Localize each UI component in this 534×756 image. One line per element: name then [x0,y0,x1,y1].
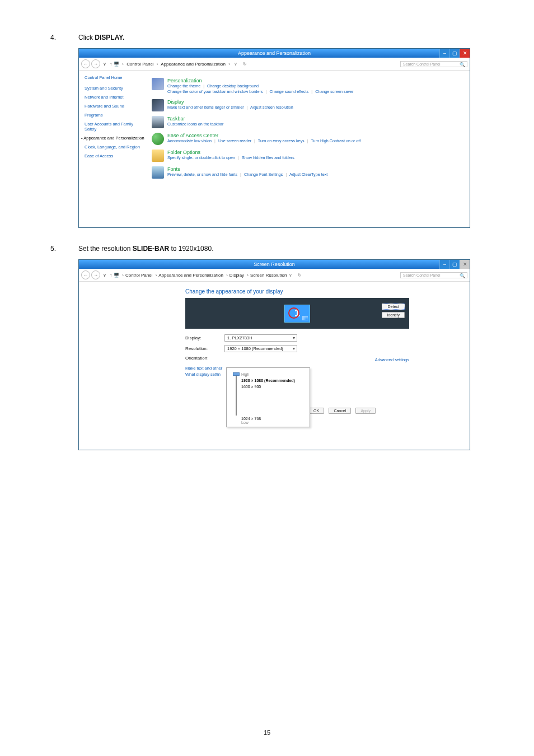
slider-high-label: High [241,372,306,376]
nav-forward-button[interactable]: → [91,59,100,68]
slider-track[interactable] [233,371,239,418]
slider-mid-value: 1600 × 900 [241,385,306,389]
left-nav: Control Panel Home System and Security N… [79,71,152,227]
step-5-text: Set the resolution SLIDE-BAR to 1920x108… [78,245,213,253]
ease-of-access-icon [152,133,164,145]
taskbar-icon [152,116,164,128]
category-title[interactable]: Taskbar [167,116,224,122]
category-ease-of-access: Ease of Access Center Accommodate low vi… [152,133,465,145]
close-button[interactable]: ✕ [460,260,470,269]
sidebar-item-hardware[interactable]: Hardware and Sound [85,104,146,109]
category-personalization: Personalization Change the theme| Change… [152,78,465,95]
category-title[interactable]: Display [167,99,294,105]
close-button[interactable]: ✕ [460,49,470,58]
window-title: Appearance and Personalization [238,50,311,56]
ok-button[interactable]: OK [308,408,324,414]
nav-history-dropdown[interactable]: ∨ [234,62,237,67]
sidebar-item-programs[interactable]: Programs [85,113,146,118]
step-5: 5. Set the resolution SLIDE-BAR to 1920x… [50,245,484,253]
category-title[interactable]: Ease of Access Center [167,133,362,138]
resolution-dropdown[interactable]: 1920 × 1080 (Recommended) [224,345,297,352]
category-title[interactable]: Personalization [167,78,355,83]
minimize-button[interactable]: – [439,260,449,269]
monitor-1[interactable]: 1 [284,305,310,323]
nav-back-button[interactable]: ← [81,59,90,68]
window-screen-resolution: Screen Resolution – ▢ ✕ ← → ∨ ↑ 🖥️ ›Cont… [78,259,470,450]
category-title[interactable]: Fonts [167,166,329,172]
sidebar-item-clock[interactable]: Clock, Language, and Region [85,144,146,150]
monitor-grid-icon [302,316,308,320]
category-list: Personalization Change the theme| Change… [152,71,470,227]
display-label: Display: [185,335,224,340]
refresh-button[interactable]: ↻ [298,273,302,278]
breadcrumb-icon: 🖥️ [114,62,119,67]
resolution-label: Resolution: [185,346,224,351]
display-icon [152,99,164,111]
cancel-button[interactable]: Cancel [329,408,351,414]
nav-dropdown-icon[interactable]: ∨ [103,62,106,67]
step-4: 4. Click DISPLAY. [50,34,484,41]
detect-button[interactable]: Detect [382,304,405,310]
nav-dropdown-icon[interactable]: ∨ [103,273,106,278]
nav-up-button[interactable]: ↑ [110,62,112,67]
sidebar-item-system[interactable]: System and Security [85,86,146,91]
orientation-label: Orientation: [185,356,224,361]
control-panel-home-link[interactable]: Control Panel Home [85,75,146,80]
sidebar-item-users[interactable]: User Accounts and Family Safety [85,122,146,132]
highlight-circle-icon [288,307,299,319]
sidebar-item-appearance[interactable]: • Appearance and Personalization [85,136,146,141]
category-display: Display Make text and other items larger… [152,99,465,111]
nav-back-button[interactable]: ← [81,270,90,279]
slider-low-label: Low [241,421,306,424]
breadcrumb-icon: 🖥️ [114,273,119,278]
slider-low-value: 1024 × 768 [241,417,306,421]
titlebar: Appearance and Personalization – ▢ ✕ [79,49,470,58]
display-dropdown[interactable]: 1. PLX2783H [224,334,297,342]
search-input[interactable]: Search Control Panel 🔍 [400,272,467,278]
window-buttons: – ▢ ✕ [439,49,470,58]
search-icon: 🔍 [460,62,465,67]
slider-thumb[interactable] [233,372,240,376]
nav-forward-button[interactable]: → [91,270,100,279]
category-taskbar: Taskbar Customize icons on the taskbar [152,116,465,128]
window-title: Screen Resolution [254,262,295,267]
folder-options-icon [152,150,164,162]
category-fonts: Fonts Preview, delete, or show and hide … [152,166,465,179]
apply-button[interactable]: Apply [355,408,376,414]
slider-recommended: 1920 × 1080 (Recommended) [241,379,306,382]
sidebar-item-ease[interactable]: Ease of Access [85,153,146,158]
step-4-text: Click DISPLAY. [78,34,124,41]
category-title[interactable]: Folder Options [167,150,296,155]
step-4-number: 4. [50,34,78,41]
monitor-preview-area[interactable]: 1 Detect Identify [185,298,409,329]
page-number: 15 [0,729,534,736]
window-buttons: – ▢ ✕ [439,260,470,269]
step-5-number: 5. [50,245,78,253]
nav-up-button[interactable]: ↑ [110,273,112,278]
personalization-icon [152,78,164,90]
nav-history-dropdown[interactable]: ∨ [289,273,292,278]
breadcrumb[interactable]: 🖥️ ›Control Panel ›Appearance and Person… [114,273,287,278]
nav-toolbar: ← → ∨ ↑ 🖥️ ›Control Panel ›Appearance an… [79,269,470,282]
sidebar-item-network[interactable]: Network and Internet [85,95,146,100]
search-icon: 🔍 [460,273,465,278]
minimize-button[interactable]: – [439,49,449,58]
resolution-slider-popup[interactable]: High 1920 × 1080 (Recommended) 1600 × 90… [226,367,310,427]
refresh-button[interactable]: ↻ [243,62,247,67]
category-folder-options: Folder Options Specify single- or double… [152,150,465,162]
maximize-button[interactable]: ▢ [449,49,460,58]
maximize-button[interactable]: ▢ [449,260,460,269]
titlebar: Screen Resolution – ▢ ✕ [79,260,470,269]
window-appearance-personalization: Appearance and Personalization – ▢ ✕ ← →… [78,48,470,228]
nav-toolbar: ← → ∨ ↑ 🖥️ › Control Panel › Appearance … [79,58,470,71]
fonts-icon [152,166,164,179]
page-heading: Change the appearance of your display [185,288,409,295]
breadcrumb[interactable]: 🖥️ › Control Panel › Appearance and Pers… [114,62,232,67]
search-input[interactable]: Search Control Panel 🔍 [400,61,467,67]
identify-button[interactable]: Identify [382,312,405,318]
